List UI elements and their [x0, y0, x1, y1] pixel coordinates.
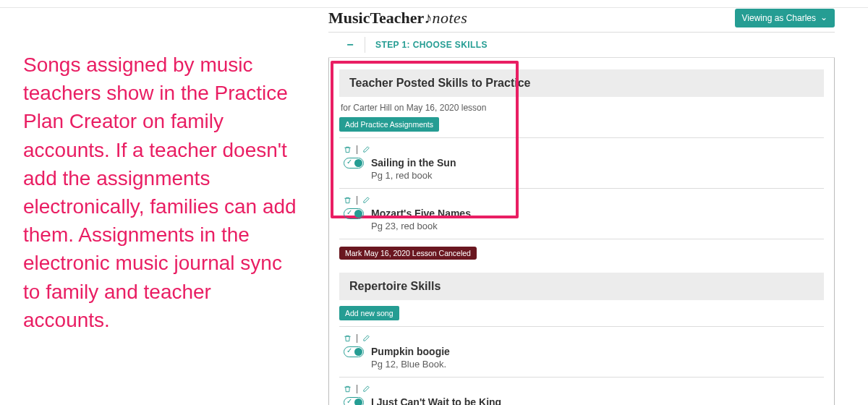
separator: | [356, 195, 358, 205]
skill-actions: | [344, 383, 820, 393]
teacher-section-subline: for Carter Hill on May 16, 2020 lesson [341, 103, 824, 113]
spacer [339, 260, 824, 273]
skill-item: | ✓ Mozart's Five Names Pg 23, red book [339, 189, 824, 239]
explainer-text: Songs assigned by music teachers show in… [23, 51, 298, 334]
trash-icon[interactable] [344, 383, 352, 393]
skill-title: I Just Can't Wait to be King [371, 396, 501, 405]
skill-row: ✓ Mozart's Five Names [344, 208, 820, 219]
brand-logo-text: MusicTeacher [328, 9, 424, 27]
skill-actions: | [344, 195, 820, 205]
skill-actions: | [344, 144, 820, 154]
skill-toggle[interactable]: ✓ [344, 397, 364, 406]
skill-subtitle: Pg 1, red book [371, 170, 820, 181]
check-icon: ✓ [346, 208, 352, 216]
mark-lesson-canceled-button[interactable]: Mark May 16, 2020 Lesson Canceled [339, 247, 477, 260]
edit-icon[interactable] [362, 144, 370, 154]
skill-toggle[interactable]: ✓ [344, 346, 364, 357]
app-panel: MusicTeacher♪notes Viewing as Charles ⌄ … [328, 0, 835, 405]
edit-icon[interactable] [362, 195, 370, 205]
skill-toggle[interactable]: ✓ [344, 158, 364, 169]
separator: | [356, 383, 358, 393]
edit-icon[interactable] [362, 383, 370, 393]
brand-logo-suffix: notes [432, 9, 467, 27]
skill-item: | ✓ Sailing in the Sun Pg 1, red book [339, 138, 824, 189]
separator: | [356, 144, 358, 154]
skill-actions: | [344, 333, 820, 343]
skill-item: | ✓ Pumpkin boogie Pg 12, Blue Book. [339, 327, 824, 378]
brand-logo: MusicTeacher♪notes [328, 9, 467, 27]
skill-item: | ✓ I Just Can't Wait to be King Disney … [339, 378, 824, 405]
chevron-down-icon: ⌄ [820, 12, 827, 22]
separator: | [356, 333, 358, 343]
step-header-row[interactable]: − STEP 1: CHOOSE SKILLS [328, 32, 835, 58]
trash-icon[interactable] [344, 144, 352, 154]
step-content: Teacher Posted Skills to Practice for Ca… [328, 58, 835, 405]
add-practice-assignments-button[interactable]: Add Practice Assignments [339, 117, 439, 132]
skill-toggle[interactable]: ✓ [344, 208, 364, 219]
check-icon: ✓ [346, 397, 352, 405]
step-title: STEP 1: CHOOSE SKILLS [375, 40, 488, 50]
skill-title: Sailing in the Sun [371, 157, 456, 169]
skill-subtitle: Pg 12, Blue Book. [371, 359, 820, 370]
check-icon: ✓ [346, 346, 352, 354]
viewing-as-button[interactable]: Viewing as Charles ⌄ [735, 9, 835, 27]
skill-row: ✓ I Just Can't Wait to be King [344, 396, 820, 405]
repertoire-section-header: Repertoire Skills [339, 273, 824, 300]
music-note-icon: ♪ [424, 9, 432, 27]
skill-title: Pumpkin boogie [371, 346, 450, 357]
trash-icon[interactable] [344, 333, 352, 343]
trash-icon[interactable] [344, 195, 352, 205]
skill-row: ✓ Sailing in the Sun [344, 157, 820, 169]
teacher-skill-list: | ✓ Sailing in the Sun Pg 1, red book | [339, 137, 824, 239]
app-header: MusicTeacher♪notes Viewing as Charles ⌄ [328, 0, 835, 32]
teacher-section-header: Teacher Posted Skills to Practice [339, 69, 824, 97]
repertoire-skill-list: | ✓ Pumpkin boogie Pg 12, Blue Book. | [339, 326, 824, 405]
skill-subtitle: Pg 23, red book [371, 221, 820, 231]
viewing-as-label: Viewing as Charles [742, 13, 817, 23]
divider [365, 37, 365, 53]
collapse-icon[interactable]: − [336, 38, 365, 51]
add-new-song-button[interactable]: Add new song [339, 306, 399, 320]
check-icon: ✓ [346, 158, 352, 166]
skill-title: Mozart's Five Names [371, 208, 471, 219]
skill-row: ✓ Pumpkin boogie [344, 346, 820, 357]
spacer [339, 300, 824, 306]
edit-icon[interactable] [362, 333, 370, 343]
